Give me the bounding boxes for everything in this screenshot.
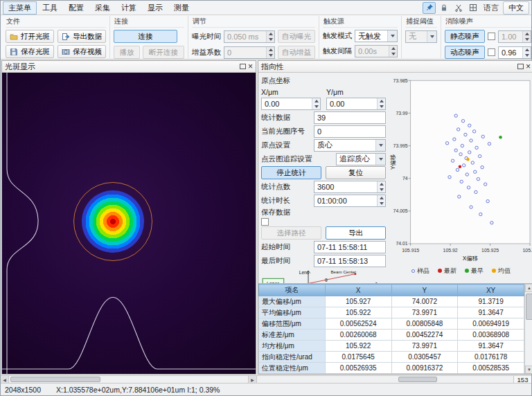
spin-up-icon[interactable] — [314, 100, 319, 102]
dynamic-noise-spinner-arrows[interactable] — [522, 47, 531, 58]
float-window-icon[interactable] — [240, 64, 246, 69]
trigger-mode-select[interactable]: 无触发 — [355, 30, 398, 42]
column-header[interactable]: Y — [391, 285, 458, 296]
save-spot-button[interactable]: 保存光斑 — [6, 45, 54, 58]
menu-item[interactable]: 工具 — [37, 1, 63, 15]
table-row[interactable]: 均方根/μm105.92273.997191.3647 — [259, 341, 524, 352]
close-icon[interactable]: × — [248, 63, 253, 70]
beam-image[interactable] — [2, 73, 256, 374]
stats-duration-input[interactable]: 01:00:00 — [314, 195, 386, 207]
pin-icon[interactable] — [423, 2, 436, 14]
dynamic-noise-button[interactable]: 动态噪声 — [445, 46, 485, 59]
stop-statistics-button[interactable]: 停止统计 — [261, 166, 321, 179]
select-path-button[interactable]: 选择路径 — [261, 226, 321, 240]
menu-item[interactable]: 主菜单 — [3, 1, 37, 15]
menu-item[interactable]: 采集 — [89, 1, 116, 15]
spin-down-icon[interactable] — [269, 54, 273, 57]
scissors-icon[interactable] — [452, 2, 465, 14]
column-header[interactable]: 项名 — [259, 285, 326, 296]
spin-down-icon[interactable] — [525, 54, 529, 57]
origin-setting-select[interactable]: 质心 — [314, 139, 386, 152]
save-data-checkbox[interactable] — [261, 218, 269, 226]
menu-item[interactable]: 显示 — [142, 1, 168, 15]
value-cell: 0.00260068 — [325, 330, 391, 341]
exposure-spinner-arrows[interactable] — [266, 31, 274, 42]
scroll-thumb[interactable] — [526, 294, 532, 320]
threshold-select[interactable]: 无 — [405, 30, 437, 43]
connect-button[interactable]: 连接 — [114, 30, 177, 43]
origin-x-input[interactable]: 0.00 — [261, 98, 321, 110]
spin-up-icon[interactable] — [380, 197, 384, 199]
dropdown-icon[interactable] — [375, 154, 385, 165]
stats-points-input[interactable]: 3600 — [314, 181, 386, 193]
gain-input[interactable]: 0 — [224, 46, 275, 59]
export-button[interactable]: 导出 — [326, 226, 386, 240]
spin-down-icon[interactable] — [391, 53, 396, 55]
save-video-button[interactable]: 保存视频 — [57, 45, 106, 58]
spin-down-icon[interactable] — [380, 105, 384, 108]
slider-thumb[interactable] — [398, 377, 437, 382]
layout-grid-icon[interactable] — [466, 2, 479, 14]
lock-icon[interactable] — [437, 2, 450, 14]
float-window-icon[interactable] — [517, 64, 524, 69]
spin-up-icon[interactable] — [525, 48, 529, 51]
spin-up-icon[interactable] — [380, 100, 384, 102]
dropdown-icon[interactable] — [427, 31, 436, 42]
play-button[interactable]: 播放 — [114, 46, 140, 59]
spot-horizontal-scrollbar[interactable]: ◀ ▶ — [1, 376, 256, 383]
auto-exposure-button[interactable]: 自动曝光 — [278, 30, 315, 43]
scroll-left-icon[interactable]: ◀ — [1, 376, 9, 383]
column-header[interactable]: X — [325, 285, 391, 296]
static-noise-spinner-arrows[interactable] — [522, 31, 531, 42]
scroll-up-icon[interactable]: ▲ — [525, 284, 532, 292]
spin-down-icon[interactable] — [380, 202, 384, 205]
trigger-interval-input[interactable]: 0.00s — [355, 45, 398, 57]
spin-up-icon[interactable] — [269, 33, 273, 35]
spin-up-icon[interactable] — [269, 48, 273, 51]
spin-down-icon[interactable] — [314, 105, 319, 108]
table-row[interactable]: 标准差/μm0.002600680.004522740.00368908 — [259, 330, 524, 341]
table-row[interactable]: 最大偏移/μm105.92774.007291.3719 — [259, 296, 524, 307]
table-vertical-scrollbar[interactable]: ▲ ▼ — [524, 284, 532, 374]
interval-spinner-arrows[interactable] — [389, 46, 397, 57]
export-data-button[interactable]: 导出数据 — [57, 30, 106, 43]
table-row[interactable]: 指向稳定性/urad0.01756450.03054570.0176178 — [259, 352, 524, 363]
dropdown-icon[interactable] — [375, 140, 385, 151]
disconnect-button[interactable]: 断开连接 — [143, 46, 184, 59]
table-row[interactable]: 偏移范围/μm0.005625240.008058480.00694919 — [259, 318, 524, 330]
spin-up-icon[interactable] — [525, 33, 529, 35]
reset-button[interactable]: 复位 — [326, 166, 386, 179]
dropdown-icon[interactable] — [387, 30, 397, 42]
menu-item[interactable]: 配置 — [63, 1, 89, 15]
spin-down-icon[interactable] — [380, 188, 384, 191]
scroll-thumb[interactable] — [10, 377, 100, 382]
scatter-plot[interactable]: 105.915105.92105.925105.9373.98573.9973.… — [389, 75, 532, 264]
static-noise-checkbox[interactable] — [488, 33, 495, 40]
track-setting-select[interactable]: 追踪质心 — [336, 153, 386, 165]
close-icon[interactable]: × — [526, 63, 531, 70]
dynamic-noise-checkbox[interactable] — [488, 48, 495, 56]
table-row[interactable]: 位置稳定性/μm0.005269350.009163720.00528535 — [259, 363, 524, 374]
trigger-mode-label: 触发模式 — [323, 31, 352, 41]
dynamic-noise-input[interactable]: 0.96 — [498, 46, 531, 59]
menu-item[interactable]: 计算 — [116, 1, 142, 15]
language-selector[interactable]: 中文 — [503, 1, 529, 15]
table-row[interactable]: 平均偏移/μm105.92273.997191.3647 — [259, 307, 524, 318]
gain-spinner-arrows[interactable] — [266, 47, 274, 58]
column-header[interactable]: XY — [458, 285, 524, 296]
open-spot-button[interactable]: 打开光斑 — [6, 30, 54, 43]
display-level-slider[interactable] — [256, 376, 513, 383]
spin-up-icon[interactable] — [391, 47, 396, 50]
spin-up-icon[interactable] — [380, 183, 384, 186]
exposure-input[interactable]: 0.050 ms — [224, 30, 275, 43]
auto-gain-button[interactable]: 自动增益 — [278, 46, 315, 59]
origin-y-input[interactable]: 0.00 — [326, 98, 386, 110]
static-noise-input[interactable]: 1.00 — [498, 30, 531, 43]
scroll-right-icon[interactable]: ▶ — [248, 376, 256, 383]
static-noise-button[interactable]: 静态噪声 — [445, 30, 485, 43]
spin-down-icon[interactable] — [269, 38, 273, 41]
menu-item[interactable]: 测量 — [168, 1, 195, 15]
spin-down-icon[interactable] — [525, 38, 529, 41]
bottom-strip: ◀ ▶ 153 — [1, 375, 531, 383]
scroll-down-icon[interactable]: ▼ — [525, 366, 532, 374]
